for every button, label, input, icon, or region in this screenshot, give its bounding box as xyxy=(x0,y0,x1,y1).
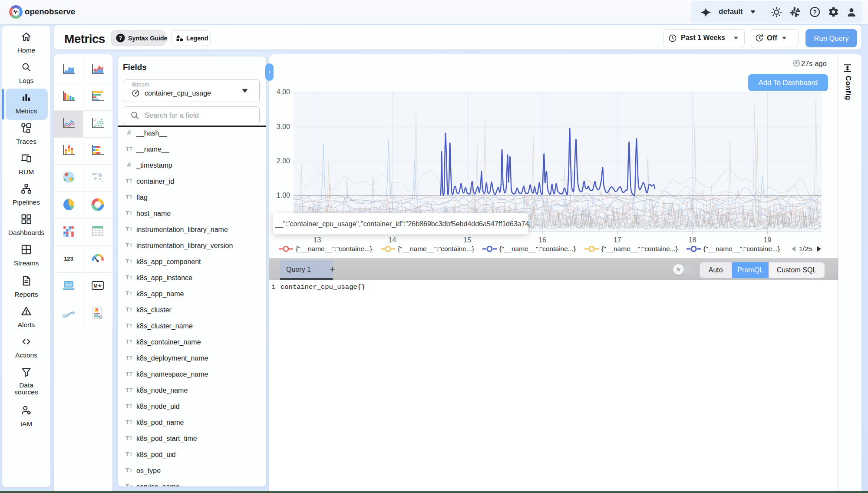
svg-text:T: T xyxy=(125,322,129,329)
svg-text:123: 123 xyxy=(64,255,73,262)
svg-text:3.00: 3.00 xyxy=(277,123,290,130)
svg-text:T: T xyxy=(130,324,132,328)
svg-text:T: T xyxy=(125,210,129,216)
svg-text:T: T xyxy=(130,468,132,473)
svg-text:T: T xyxy=(125,387,129,393)
svg-text:T: T xyxy=(130,436,132,441)
svg-text:T: T xyxy=(130,356,132,361)
svg-text:T: T xyxy=(130,420,132,425)
svg-text:T: T xyxy=(125,435,129,441)
svg-text:T: T xyxy=(130,484,132,486)
svg-text:15: 15 xyxy=(463,236,471,244)
svg-text:1.00: 1.00 xyxy=(277,192,290,199)
svg-text:T: T xyxy=(125,194,129,200)
svg-text:T: T xyxy=(125,354,129,361)
svg-text:4.00: 4.00 xyxy=(277,88,290,96)
svg-text:T: T xyxy=(125,274,129,281)
svg-text:T: T xyxy=(130,211,132,216)
svg-text:19: 19 xyxy=(764,236,772,244)
svg-text:T: T xyxy=(130,388,132,393)
svg-text:13: 13 xyxy=(314,236,321,244)
svg-text:?: ? xyxy=(813,9,817,16)
svg-text:T: T xyxy=(125,146,129,152)
svg-text:T: T xyxy=(130,259,132,264)
svg-text:T: T xyxy=(130,404,132,409)
svg-text:T: T xyxy=(125,403,129,409)
svg-text:T: T xyxy=(125,371,129,377)
svg-text:?: ? xyxy=(119,35,122,41)
svg-text:</>: </> xyxy=(66,283,72,287)
svg-text:T: T xyxy=(130,243,132,248)
svg-text:T: T xyxy=(130,291,132,296)
svg-text:M: M xyxy=(93,283,97,288)
svg-text:T: T xyxy=(130,275,132,280)
svg-text:T: T xyxy=(125,290,129,297)
svg-text:T: T xyxy=(130,147,132,152)
svg-text:T: T xyxy=(125,306,129,313)
svg-text:T: T xyxy=(130,308,132,312)
svg-text:16: 16 xyxy=(538,236,546,244)
svg-text:T: T xyxy=(125,338,129,345)
svg-text:17: 17 xyxy=(614,236,621,244)
svg-text:T: T xyxy=(130,179,132,184)
svg-text:T: T xyxy=(125,226,129,232)
svg-text:2.00: 2.00 xyxy=(277,157,290,165)
svg-text:T: T xyxy=(130,372,132,377)
svg-text:T: T xyxy=(125,178,129,184)
svg-text:T: T xyxy=(125,451,129,457)
svg-text:18: 18 xyxy=(689,236,696,244)
svg-text:14: 14 xyxy=(389,236,396,244)
svg-text:T: T xyxy=(125,419,129,425)
svg-text:T: T xyxy=(125,258,129,265)
svg-text:T: T xyxy=(130,340,132,344)
svg-text:T: T xyxy=(130,452,132,457)
svg-text:T: T xyxy=(125,483,129,486)
svg-text:T: T xyxy=(125,242,129,248)
svg-text:T: T xyxy=(125,467,129,473)
svg-text:T: T xyxy=(130,227,132,232)
svg-text:T: T xyxy=(130,195,132,200)
